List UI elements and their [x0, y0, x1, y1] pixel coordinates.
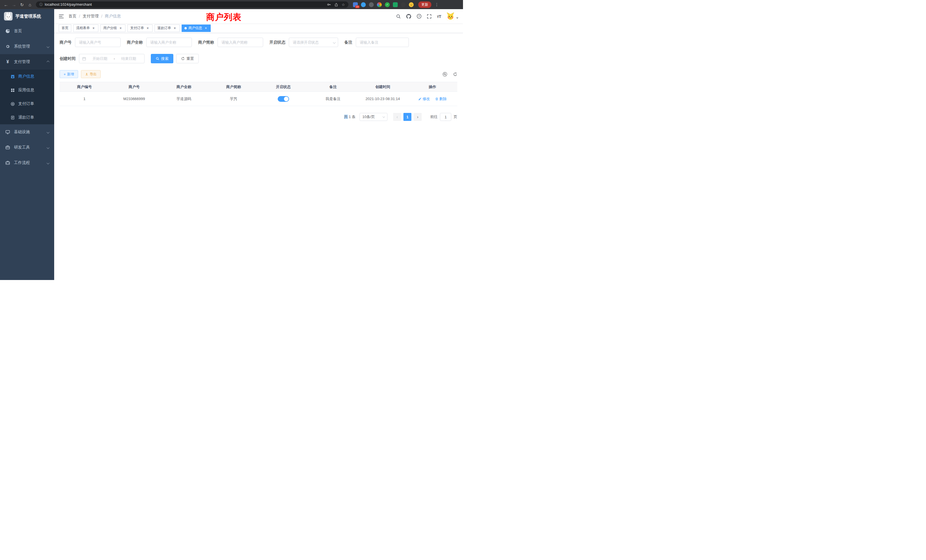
goto-page-input[interactable]	[440, 113, 451, 121]
search-toggle-icon[interactable]	[442, 72, 447, 77]
grid-icon	[10, 88, 15, 92]
merchant-no-input[interactable]	[75, 38, 121, 47]
col-header-remark: 备注	[308, 82, 358, 92]
forward-icon[interactable]: →	[11, 3, 17, 7]
sidebar-item-system[interactable]: 系统管理	[0, 39, 54, 54]
prev-page-button[interactable]: ‹	[393, 113, 401, 121]
cell-short-name: 芋艿	[209, 92, 258, 106]
extension-icon[interactable]: 10	[353, 2, 358, 7]
search-button-label: 搜索	[161, 56, 168, 61]
svg-text:?: ?	[419, 15, 420, 18]
back-icon[interactable]: ←	[3, 3, 9, 7]
sidebar-item-merchant-info[interactable]: 商户信息	[0, 70, 54, 83]
sidebar-item-dev-tools[interactable]: 研发工具	[0, 140, 54, 155]
toolbox-icon	[5, 145, 10, 150]
table-row: 1 M233666999 芋道源码 芋艿 我是备注 2021-10-23 08:…	[60, 92, 457, 106]
close-icon[interactable]: ×	[146, 26, 150, 30]
col-header-short-name: 商户简称	[209, 82, 258, 92]
sidebar-item-infrastructure[interactable]: 基础设施	[0, 124, 54, 140]
remark-input[interactable]	[356, 38, 409, 47]
address-bar[interactable]: ⓘ localhost:1024/pay/merchant ☆	[36, 2, 348, 8]
monitor-icon	[5, 130, 10, 134]
merchant-name-input[interactable]	[146, 38, 192, 47]
next-page-button[interactable]: ›	[414, 113, 422, 121]
site-info-icon[interactable]: ⓘ	[39, 2, 43, 7]
extension-badge: 10	[355, 5, 360, 8]
breadcrumb-payment[interactable]: 支付管理	[83, 14, 98, 19]
add-button[interactable]: + 新增	[60, 70, 78, 78]
extension-icon[interactable]	[369, 2, 374, 7]
sidebar-item-payment[interactable]: ¥ 支付管理	[0, 54, 54, 70]
sidebar-item-label: 支付订单	[18, 101, 34, 106]
chevron-up-icon	[47, 61, 50, 63]
font-size-icon[interactable]: тT	[437, 14, 441, 19]
tab-user-group[interactable]: 用户分组 ×	[100, 24, 126, 32]
reload-icon[interactable]: ↻	[19, 3, 25, 7]
close-icon[interactable]: ×	[92, 26, 95, 30]
status-select[interactable]	[289, 38, 338, 47]
extension-icon[interactable]	[393, 2, 398, 7]
reset-button[interactable]: 重置	[176, 54, 199, 63]
logo-image	[4, 12, 12, 21]
extension-icon[interactable]: ✓	[385, 2, 390, 7]
page-size-select[interactable]: 10条/页	[360, 113, 387, 121]
bookmark-star-icon[interactable]: ☆	[342, 3, 345, 7]
status-label: 开启状态	[269, 40, 285, 45]
sidebar-item-pay-order[interactable]: 支付订单	[0, 97, 54, 110]
breadcrumb-home[interactable]: 首页	[68, 14, 76, 19]
add-button-label: 新增	[67, 72, 74, 77]
sidebar-item-refund-order[interactable]: 退款订单	[0, 110, 54, 124]
close-icon[interactable]: ×	[173, 26, 177, 30]
merchant-table: 商户编号 商户号 商户全称 商户简称 开启状态 备注 创建时间 操作 1	[60, 82, 457, 106]
close-icon[interactable]: ×	[119, 26, 123, 30]
search-button[interactable]: 搜索	[151, 54, 173, 63]
cell-created-at: 2021-10-23 08:31:14	[358, 92, 407, 106]
fullscreen-icon[interactable]	[427, 14, 432, 19]
tab-home[interactable]: 首页	[59, 24, 71, 32]
browser-menu-icon[interactable]: ⋮	[435, 2, 439, 7]
extension-icon[interactable]	[377, 2, 382, 7]
date-range-picker[interactable]: 开始日期 - 结束日期	[79, 54, 145, 63]
refresh-icon[interactable]	[453, 72, 457, 76]
export-button[interactable]: 导出	[81, 70, 101, 78]
github-icon[interactable]	[406, 14, 412, 19]
sidebar-item-home[interactable]: 首页	[0, 23, 54, 39]
chevron-down-icon	[47, 161, 50, 164]
page-size-value: 10条/页	[362, 114, 375, 120]
sidebar-logo[interactable]: 芋道管理系统	[0, 9, 54, 23]
share-icon[interactable]	[334, 3, 338, 6]
help-icon[interactable]: ?	[416, 14, 422, 19]
hamburger-icon[interactable]	[59, 14, 64, 18]
screen: ← → ↻ ⌂ ⓘ localhost:1024/pay/merchant ☆ …	[0, 0, 463, 280]
extension-icon[interactable]	[361, 2, 366, 7]
tab-label: 流程表单	[76, 26, 90, 30]
sidebar-item-label: 工作流程	[14, 160, 30, 165]
extensions-row: 10 ✓ ☺	[353, 2, 414, 7]
sidebar-item-workflow[interactable]: 工作流程	[0, 155, 54, 171]
table-header-row: 商户编号 商户号 商户全称 商户简称 开启状态 备注 创建时间 操作	[60, 82, 457, 92]
table-toolbar: + 新增 导出	[60, 70, 457, 78]
payment-submenu: 商户信息 应用信息 支付订单	[0, 70, 54, 124]
extension-icon[interactable]: ☺	[409, 2, 414, 7]
merchant-short-input[interactable]	[218, 38, 263, 47]
edit-button[interactable]: 修改	[418, 96, 430, 101]
sidebar-item-app-info[interactable]: 应用信息	[0, 83, 54, 97]
delete-button[interactable]: 删除	[435, 96, 447, 101]
tab-label: 商户信息	[188, 26, 202, 30]
password-key-icon[interactable]	[327, 3, 331, 6]
user-menu[interactable]	[446, 12, 458, 21]
status-toggle[interactable]	[278, 96, 289, 102]
tab-merchant-info[interactable]: 商户信息 ×	[182, 24, 211, 32]
close-icon[interactable]: ×	[204, 26, 208, 30]
extension-icon[interactable]	[401, 2, 406, 7]
merchant-short-label: 商户简称	[198, 40, 214, 45]
merchant-name-label: 商户全称	[127, 40, 143, 45]
tab-process-form[interactable]: 流程表单 ×	[73, 24, 98, 32]
tab-refund-order[interactable]: 退款订单 ×	[154, 24, 180, 32]
url-text: localhost:1024/pay/merchant	[45, 3, 92, 6]
search-icon[interactable]	[396, 14, 401, 19]
browser-update-button[interactable]: 更新	[418, 2, 431, 8]
home-icon[interactable]: ⌂	[27, 3, 33, 7]
tab-pay-order[interactable]: 支付订单 ×	[127, 24, 153, 32]
page-number-1[interactable]: 1	[403, 113, 412, 121]
